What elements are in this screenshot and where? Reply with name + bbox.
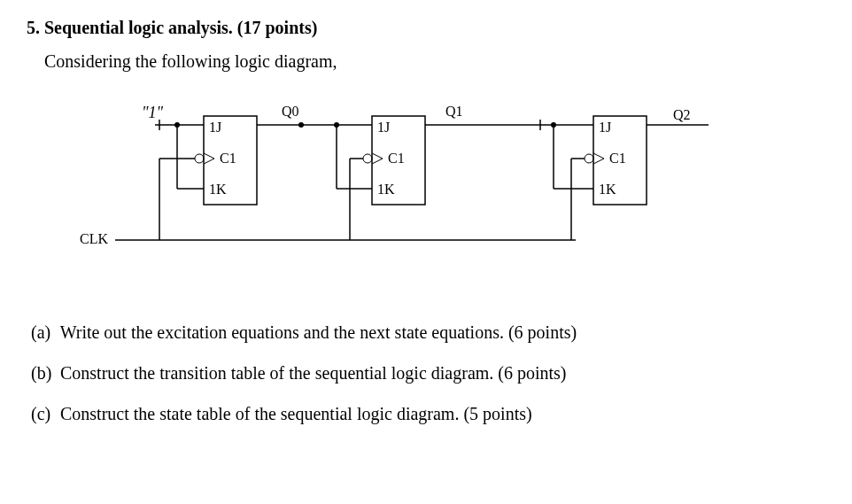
ff2-c-label: C1	[609, 151, 626, 166]
question-a: (a) Write out the excitation equations a…	[31, 320, 825, 345]
constant-one-label: "1"	[142, 104, 164, 121]
ff2-j-label: 1J	[599, 120, 611, 135]
ff0-c-label: C1	[220, 151, 236, 166]
q0-label: Q0	[282, 104, 299, 119]
svg-point-5	[585, 154, 593, 163]
ff1-j-label: 1J	[377, 120, 390, 135]
clk-label: CLK	[80, 231, 108, 246]
logic-diagram: 1J C1 1K 1J C1 1K 1J C1 1K "1" Q0	[71, 98, 744, 275]
ff0-k-label: 1K	[209, 182, 227, 197]
ff1-k-label: 1K	[377, 182, 395, 197]
question-b: (b) Construct the transition table of th…	[31, 361, 825, 385]
ff1-c-label: C1	[388, 151, 405, 166]
q2-label: Q2	[673, 107, 691, 122]
question-c-label: (c)	[31, 401, 56, 426]
problem-subtitle: Considering the following logic diagram,	[44, 51, 825, 72]
svg-point-12	[298, 122, 304, 128]
questions-list: (a) Write out the excitation equations a…	[31, 320, 825, 426]
question-b-label: (b)	[31, 361, 56, 385]
question-a-label: (a)	[31, 320, 56, 345]
ff2-k-label: 1K	[599, 182, 616, 197]
q1-label: Q1	[445, 104, 463, 119]
problem-title: 5. Sequential logic analysis. (17 points…	[27, 18, 825, 38]
question-c: (c) Construct the state table of the seq…	[31, 401, 825, 426]
question-c-text: Construct the state table of the sequent…	[60, 404, 532, 423]
question-a-text: Write out the excitation equations and t…	[60, 322, 577, 342]
ff0-j-label: 1J	[209, 120, 221, 135]
svg-point-1	[195, 154, 204, 163]
svg-point-15	[334, 122, 339, 128]
svg-point-3	[363, 154, 372, 163]
question-b-text: Construct the transition table of the se…	[60, 363, 567, 383]
